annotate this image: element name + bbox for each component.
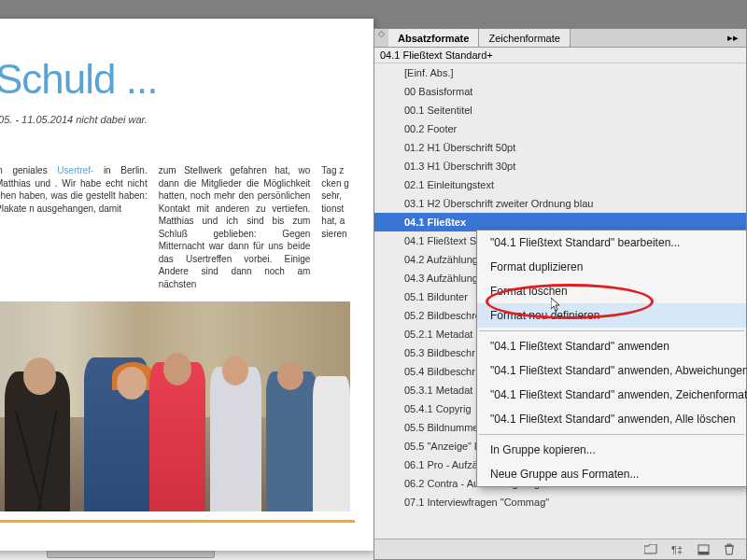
- svg-rect-1: [698, 552, 709, 554]
- style-item[interactable]: 03.1 H2 Überschrift zweiter Ordnung blau: [374, 194, 746, 213]
- menu-item[interactable]: "04.1 Fließtext Standard" anwenden, Zeic…: [477, 383, 746, 407]
- photo-person: [210, 367, 261, 511]
- article-headline: Schuld ...: [0, 56, 359, 103]
- menu-item[interactable]: "04.1 Fließtext Standard" anwenden: [477, 334, 746, 358]
- current-style-indicator: 04.1 Fließtext Standard+: [374, 48, 746, 63]
- panel-expand-icon[interactable]: ▸▸: [720, 29, 746, 47]
- menu-separator: [479, 330, 744, 331]
- document-page[interactable]: Schuld ... .05. - 11.05.2014 nicht dabei…: [0, 19, 374, 551]
- photo-person: [84, 357, 149, 511]
- page-divider: [0, 520, 355, 523]
- menu-item[interactable]: In Gruppe kopieren...: [477, 438, 746, 462]
- sort-icon[interactable]: ◇: [374, 29, 388, 47]
- style-item[interactable]: 00.2 Footer: [374, 119, 746, 138]
- style-item[interactable]: [Einf. Abs.]: [374, 63, 746, 82]
- panel-tabs: ◇ Absatzformate Zeichenformate ▸▸: [374, 29, 746, 48]
- column-1[interactable]: in geniales Usertref- in Berlin. Matthia…: [0, 164, 148, 290]
- tab-absatzformate[interactable]: Absatzformate: [388, 29, 479, 47]
- photo-person: [266, 371, 317, 511]
- tab-zeichenformate[interactable]: Zeichenformate: [479, 29, 570, 47]
- menu-item[interactable]: "04.1 Fließtext Standard" anwenden, Alle…: [477, 407, 746, 431]
- article-photo[interactable]: [0, 301, 350, 511]
- style-item[interactable]: 00 Basisformat: [374, 82, 746, 101]
- menu-item[interactable]: Neue Gruppe aus Formaten...: [477, 462, 746, 486]
- clear-overrides-icon[interactable]: ¶‡: [669, 543, 684, 556]
- style-item[interactable]: 01.2 H1 Überschrift 50pt: [374, 138, 746, 157]
- delete-icon[interactable]: [722, 543, 737, 556]
- menu-item[interactable]: Format löschen: [477, 279, 746, 303]
- menu-item[interactable]: "04.1 Fließtext Standard" anwenden, Abwe…: [477, 358, 746, 383]
- column-2[interactable]: zum Stellwerk gefahren hat, wo dann die …: [159, 164, 311, 290]
- style-item[interactable]: 01.3 H1 Überschrift 30pt: [374, 157, 746, 175]
- article-subtitle: .05. - 11.05.2014 nicht dabei war.: [0, 114, 359, 125]
- style-item[interactable]: 00.1 Seitentitel: [374, 101, 746, 119]
- photo-person: [149, 362, 205, 511]
- menu-separator: [479, 434, 744, 435]
- menu-item[interactable]: Format duplizieren: [477, 255, 746, 279]
- style-item[interactable]: 04.1 Fließtex: [374, 213, 746, 231]
- menu-item[interactable]: "04.1 Fließtext Standard" bearbeiten...: [477, 231, 746, 255]
- style-item[interactable]: 02.1 Einleitungstext: [374, 175, 746, 194]
- menu-item[interactable]: Format neu definieren: [477, 303, 746, 328]
- style-item[interactable]: 07.1 Interviewfragen "Commag": [374, 493, 746, 511]
- panel-footer: ¶‡: [374, 539, 746, 559]
- text-columns: in geniales Usertref- in Berlin. Matthia…: [0, 164, 359, 290]
- photo-person: [313, 376, 350, 511]
- context-menu: "04.1 Fließtext Standard" bearbeiten...F…: [476, 230, 747, 487]
- column-3[interactable]: Tag zcken gsehr,tionsthat, asieren: [321, 164, 359, 290]
- new-style-icon[interactable]: [696, 543, 711, 556]
- folder-icon[interactable]: [643, 543, 658, 556]
